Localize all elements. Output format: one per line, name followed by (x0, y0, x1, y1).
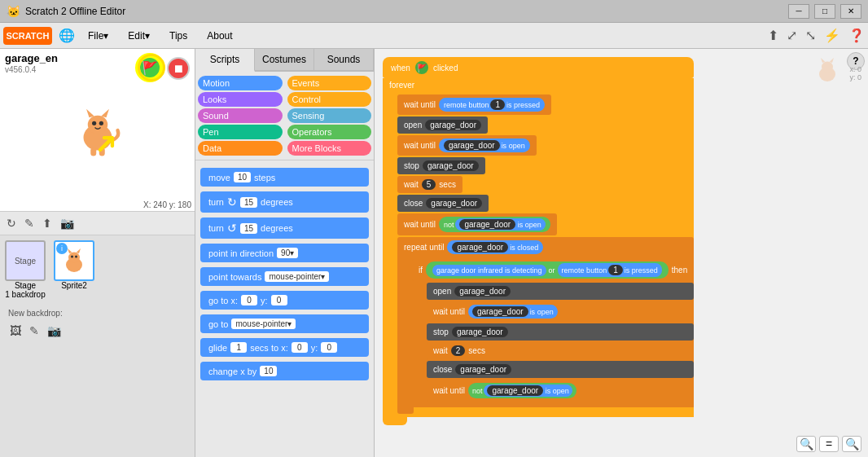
stop-button[interactable]: ⏹ (167, 57, 190, 80)
tab-scripts[interactable]: Scripts (195, 49, 255, 72)
globe-icon[interactable]: 🌐 (59, 28, 75, 43)
help-icon[interactable]: ❓ (848, 28, 865, 43)
garage-open-bool: garage_door is open (439, 138, 530, 152)
tips-menu[interactable]: Tips (163, 27, 194, 45)
turn-ccw-icon: ↺ (227, 222, 237, 235)
go-to-dropdown[interactable]: mouse-pointer▾ (231, 319, 296, 329)
wait-until-not-block-2[interactable]: wait until not garage_door is open (427, 380, 694, 402)
cat-pen[interactable]: Pen (198, 125, 283, 139)
point-towards-dropdown[interactable]: mouse-pointer▾ (265, 271, 329, 282)
grow-tool[interactable]: ⬆ (41, 215, 54, 231)
glide-x-val[interactable]: 0 (292, 342, 308, 353)
blocks-list: move 10 steps turn ↻ 15 degrees turn ↺ 1… (195, 160, 374, 457)
cat-sound[interactable]: Sound (198, 108, 283, 123)
open-block-2[interactable]: open garage_door (427, 283, 694, 300)
when-label: when (391, 64, 410, 73)
stage-item[interactable]: Stage Stage 1 backdrop (5, 240, 46, 299)
paint-backdrop-tool[interactable]: 🖼 (8, 323, 23, 339)
maximize-button[interactable]: □ (814, 4, 835, 19)
glide-y-val[interactable]: 0 (321, 342, 337, 353)
block-turn-ccw[interactable]: turn ↺ 15 degrees (200, 218, 369, 239)
edit-menu[interactable]: Edit▾ (121, 27, 156, 45)
block-point-towards[interactable]: point towards mouse-pointer▾ (200, 267, 369, 286)
block-go-to-xy[interactable]: go to x: 0 y: 0 (200, 291, 369, 310)
wait-until-not-block[interactable]: wait until not garage_door is open (397, 213, 557, 235)
svg-marker-17 (830, 58, 835, 63)
camera-tool[interactable]: 📷 (59, 215, 76, 231)
edit-backdrop-tool[interactable]: ✎ (28, 323, 41, 339)
titlebar: 🐱 Scratch 2 Offline Editor ─ □ ✕ (0, 0, 868, 23)
move-val[interactable]: 10 (234, 172, 251, 182)
title-text: Scratch 2 Offline Editor (25, 6, 125, 17)
backdrop-tools: 🖼 ✎ 📷 (3, 321, 191, 341)
file-menu[interactable]: File▾ (81, 27, 115, 45)
point-dir-dropdown[interactable]: 90▾ (277, 248, 298, 258)
close-block-1[interactable]: close garage_door (397, 195, 489, 212)
open-block-1[interactable]: open garage_door (397, 116, 488, 134)
wait-until-block-3[interactable]: wait until garage_door is open (427, 301, 694, 322)
zoom-in-button[interactable]: 🔍 (842, 436, 861, 452)
wait-until-row-2: wait until garage_door is open (397, 135, 694, 156)
minimize-button[interactable]: ─ (788, 4, 809, 19)
change-x-val[interactable]: 10 (260, 366, 277, 376)
go-to-y-val[interactable]: 0 (271, 295, 287, 305)
go-to-x-val[interactable]: 0 (241, 295, 257, 305)
cat-more-blocks[interactable]: More Blocks (287, 141, 372, 156)
svg-marker-16 (821, 58, 826, 63)
cat-motion[interactable]: Motion (198, 76, 283, 90)
sprite2-item[interactable]: i Sprite2 (54, 240, 94, 290)
not-open-bool-2: not garage_door is open (468, 383, 576, 398)
cat-looks[interactable]: Looks (198, 92, 283, 107)
cat-control[interactable]: Control (287, 92, 372, 107)
block-change-x[interactable]: change x by 10 (200, 362, 369, 380)
cat-data[interactable]: Data (198, 141, 283, 156)
close-block-2[interactable]: close garage_door (427, 361, 694, 378)
block-turn-cw[interactable]: turn ↻ 15 degrees (200, 191, 369, 213)
garage-door-val-3: garage_door (423, 160, 479, 171)
turn-cw-val[interactable]: 15 (240, 197, 257, 208)
when-clicked-block[interactable]: when 🚩 clicked (383, 57, 694, 78)
zoom-reset-button[interactable]: = (819, 436, 839, 452)
camera-backdrop-tool[interactable]: 📷 (46, 323, 63, 339)
if-header[interactable]: if garage door infrared is detecting or … (412, 259, 694, 281)
about-menu[interactable]: About (200, 27, 239, 45)
repeat-until-header[interactable]: repeat until garage_door is closed (397, 237, 694, 257)
blocks-panel: Scripts Costumes Sounds Motion Events Lo… (195, 49, 375, 457)
wait-until-block-2[interactable]: wait until garage_door is open (397, 135, 537, 156)
garage-door-val-4: garage_door (426, 198, 482, 209)
stop-block[interactable]: stop garage_door (397, 157, 485, 174)
cat-sprite-area: ➜ (49, 81, 147, 179)
sprite-tools: ↻ ✎ ⬆ 📷 (0, 212, 195, 235)
close-row-1: close garage_door (397, 195, 694, 212)
cat-sensing[interactable]: Sensing (287, 108, 372, 123)
sprite-coords: X: 240 y: 180 (143, 200, 191, 209)
forever-label: forever (389, 81, 414, 90)
block-go-to[interactable]: go to mouse-pointer▾ (200, 314, 369, 333)
glide-val[interactable]: 1 (230, 342, 247, 353)
wait-secs-block[interactable]: wait 5 secs (397, 176, 462, 193)
zoom-out-button[interactable]: 🔍 (796, 436, 816, 452)
forever-block[interactable]: forever (383, 78, 694, 92)
turn-ccw-val[interactable]: 15 (240, 223, 257, 234)
rotate-tool[interactable]: ↻ (5, 215, 18, 231)
block-point-direction[interactable]: point in direction 90▾ (200, 244, 369, 262)
upload-icon[interactable]: ⬆ (768, 28, 778, 43)
fullscreen-icon[interactable]: ⤢ (787, 28, 797, 43)
block-move[interactable]: move 10 steps (200, 168, 369, 187)
cat-operators[interactable]: Operators (287, 125, 372, 139)
block-glide[interactable]: glide 1 secs to x: 0 y: 0 (200, 338, 369, 357)
green-flag-button[interactable]: 🚩 (138, 55, 162, 80)
garage-door-val-1: garage_door (425, 120, 481, 130)
tab-sounds[interactable]: Sounds (314, 49, 374, 70)
stop-block-2[interactable]: stop garage_door (427, 323, 694, 341)
forever-body: wait until remote button 1 is pressed op… (383, 92, 694, 417)
wait-until-block-1[interactable]: wait until remote button 1 is pressed (397, 94, 551, 115)
tab-costumes[interactable]: Costumes (255, 49, 314, 70)
flip-tool[interactable]: ✎ (23, 215, 36, 231)
close-button[interactable]: ✕ (840, 4, 861, 19)
expand-icon[interactable]: ⤡ (805, 28, 816, 43)
wait-2-secs-block[interactable]: wait 2 secs (427, 342, 694, 359)
remote-bool: remote button 1 is pressed (439, 98, 545, 112)
turbo-icon[interactable]: ⚡ (824, 28, 840, 43)
cat-events[interactable]: Events (287, 76, 372, 90)
